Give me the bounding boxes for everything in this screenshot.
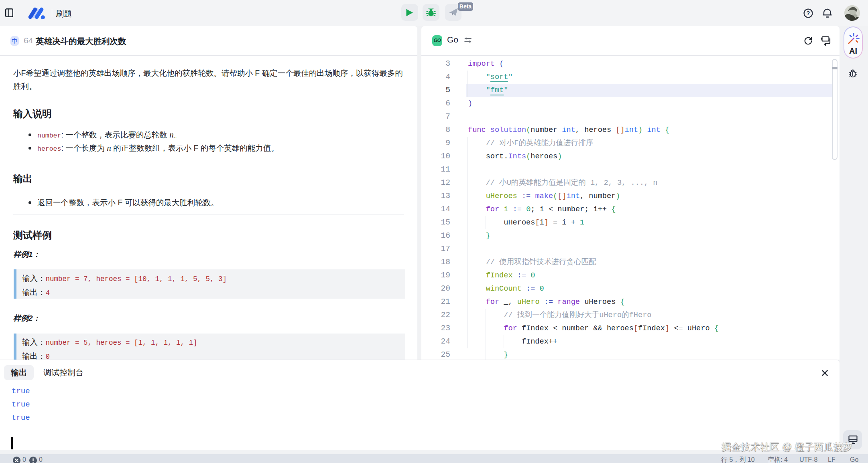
svg-text:?: ? xyxy=(807,10,810,16)
